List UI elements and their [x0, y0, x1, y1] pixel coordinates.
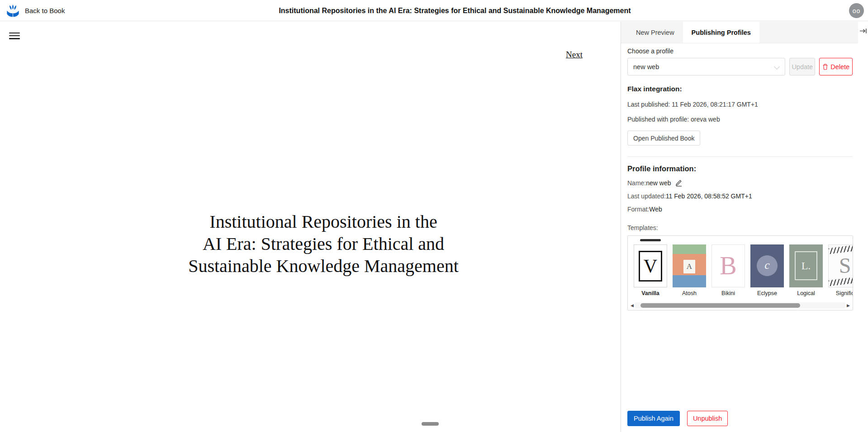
template-atosh-thumbnail: A	[673, 244, 706, 287]
template-atosh-letter: A	[683, 260, 695, 273]
template-logical-thumbnail: L.	[789, 244, 823, 287]
template-logical-letter: L.	[795, 251, 817, 280]
delete-button[interactable]: Delete	[819, 58, 853, 75]
book-title-page: Institutional Repositories in the AI Era…	[26, 211, 621, 277]
scrollbar-track[interactable]	[635, 302, 845, 309]
format-value: Web	[649, 206, 662, 213]
template-logical[interactable]: L. Logical	[789, 244, 823, 296]
user-avatar[interactable]: oo	[849, 3, 864, 18]
profile-select[interactable]: new web	[627, 58, 785, 75]
title-line-2: AI Era: Strategies for Ethical and	[26, 233, 621, 255]
delete-button-label: Delete	[830, 63, 849, 70]
publish-again-button[interactable]: Publish Again	[627, 411, 680, 426]
templates-label: Templates:	[627, 224, 853, 231]
template-signific[interactable]: S Signific	[828, 244, 853, 296]
last-updated-value: 11 Feb 2026, 08:58:52 GMT+1	[666, 193, 752, 200]
templates-scroller: V Vanilla A Atosh B Bikini c	[627, 235, 853, 310]
template-vanilla-thumbnail: V	[634, 244, 667, 287]
stripe-decoration	[828, 244, 853, 254]
page-resize-handle[interactable]	[422, 422, 439, 426]
template-signific-thumbnail: S	[828, 244, 853, 287]
template-name: Signific	[828, 290, 853, 296]
title-line-3: Sustainable Knowledge Management	[26, 255, 621, 277]
choose-profile-label: Choose a profile	[627, 47, 853, 55]
templates-strip: V Vanilla A Atosh B Bikini c	[634, 244, 853, 296]
name-label: Name:	[627, 179, 646, 187]
next-page-link[interactable]: Next	[566, 50, 583, 60]
publishing-panel: New Preview Publishing Profiles Choose a…	[621, 22, 858, 432]
publish-actions: Publish Again Unpublish	[627, 411, 728, 426]
tab-publishing-profiles[interactable]: Publishing Profiles	[683, 22, 759, 43]
templates-scrollbar: ◀ ▶	[629, 302, 851, 309]
panel-tabs: New Preview Publishing Profiles	[621, 22, 858, 43]
book-title-header: Institutional Repositories in the AI Era…	[21, 0, 868, 21]
scroll-left-icon[interactable]: ◀	[629, 302, 635, 309]
template-name: Vanilla	[634, 290, 667, 296]
last-published-text: Last published: 11 Feb 2026, 08:21:17 GM…	[627, 101, 853, 108]
profile-select-value: new web	[633, 63, 659, 70]
divider	[627, 156, 853, 157]
template-eclypse[interactable]: c Eclypse	[750, 244, 784, 296]
panel-gutter	[858, 22, 868, 432]
template-vanilla-letter: V	[639, 251, 662, 282]
profile-row: new web Update Delete	[627, 58, 853, 75]
template-name: Atosh	[673, 290, 706, 296]
last-updated-row: Last updated:11 Feb 2026, 08:58:52 GMT+1	[627, 193, 853, 200]
template-bikini-thumbnail: B	[711, 244, 745, 287]
format-row: Format:Web	[627, 206, 853, 213]
template-name: Eclypse	[750, 290, 784, 296]
template-eclypse-letter: c	[757, 255, 778, 276]
trash-icon	[822, 64, 828, 70]
app-logo-icon	[5, 3, 20, 18]
name-value: new web	[646, 179, 671, 187]
scroll-right-icon[interactable]: ▶	[845, 302, 851, 309]
template-bikini[interactable]: B Bikini	[711, 244, 745, 296]
update-button[interactable]: Update	[789, 58, 815, 75]
tab-new-preview[interactable]: New Preview	[627, 22, 683, 43]
unpublish-button[interactable]: Unpublish	[687, 411, 728, 426]
template-eclypse-thumbnail: c	[750, 244, 784, 287]
published-with-profile-text: Published with profile: oreva web	[627, 116, 853, 123]
profile-name-row: Name:new web	[627, 179, 853, 187]
menu-bar	[9, 35, 20, 37]
selected-template-indicator	[640, 239, 661, 241]
chevron-down-icon	[774, 64, 780, 70]
open-published-book-button[interactable]: Open Published Book	[627, 131, 700, 146]
profile-information-heading: Profile information:	[627, 164, 853, 173]
format-label: Format:	[627, 206, 649, 213]
template-name: Logical	[789, 290, 823, 296]
edit-name-icon[interactable]	[675, 179, 683, 187]
template-atosh[interactable]: A Atosh	[673, 244, 706, 296]
top-header: Back to Book Institutional Repositories …	[0, 0, 868, 21]
template-signific-letter: S	[839, 254, 851, 277]
flax-heading: Flax integration:	[627, 85, 853, 93]
last-updated-label: Last updated:	[627, 193, 666, 200]
collapse-panel-icon[interactable]	[859, 27, 867, 35]
menu-bar	[9, 33, 20, 34]
stripe-decoration	[828, 276, 853, 287]
template-vanilla[interactable]: V Vanilla	[634, 244, 667, 296]
menu-bar	[9, 38, 20, 39]
scrollbar-thumb[interactable]	[640, 303, 800, 308]
panel-body: Choose a profile new web Update Delete F…	[621, 43, 858, 432]
menu-icon[interactable]	[9, 31, 20, 40]
title-line-1: Institutional Repositories in the	[26, 211, 621, 233]
template-name: Bikini	[711, 290, 745, 296]
book-preview-area: Next Institutional Repositories in the A…	[0, 22, 621, 432]
